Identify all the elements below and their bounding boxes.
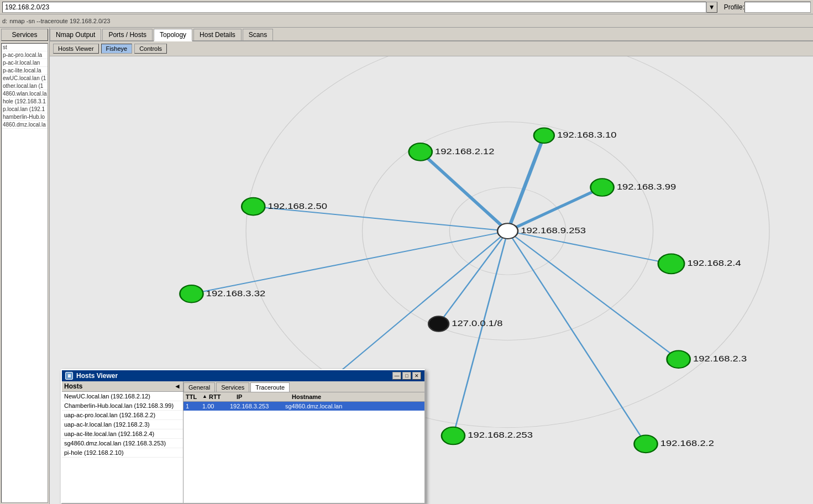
tab-host-details[interactable]: Host Details — [193, 29, 242, 40]
details-tabs: GeneralServicesTraceroute — [183, 381, 424, 392]
topology-edge — [191, 231, 507, 294]
sidebar-host-item[interactable]: hole (192.168.3.1 — [2, 98, 48, 106]
svg-point-9 — [634, 435, 657, 453]
hosts-viewer-popup: 🖥 Hosts Viewer — □ ✕ Hosts ◄ — [61, 369, 426, 504]
svg-point-8 — [667, 350, 690, 368]
topology-node-label: 192.168.2.4 — [687, 259, 741, 267]
hosts-viewer-title-text: Hosts Viewer — [76, 372, 118, 380]
svg-point-10 — [442, 427, 465, 445]
sidebar: Services stp-ac-pro.local.lap-ac-lr.loca… — [0, 28, 50, 504]
col-hostname: Hostname — [292, 393, 422, 400]
profile-input[interactable] — [744, 2, 811, 13]
topology-node[interactable]: 192.168.2.3 — [667, 350, 747, 368]
svg-point-14 — [180, 285, 203, 303]
sub-toolbar: Hosts Viewer Fisheye Controls — [50, 41, 813, 56]
sidebar-host-item[interactable]: hamberlin-Hub.lo — [2, 113, 48, 121]
svg-point-4 — [409, 143, 432, 161]
topology-edge — [421, 152, 508, 231]
close-button[interactable]: ✕ — [412, 372, 421, 380]
col-ip: IP — [237, 393, 292, 400]
target-dropdown[interactable]: ▼ — [706, 2, 717, 13]
sidebar-host-item[interactable]: st — [2, 44, 48, 51]
topology-node-label: 192.168.2.253 — [468, 431, 533, 439]
topology-node[interactable]: 192.168.2.4 — [658, 254, 741, 274]
traceroute-table: TTL ▲ RTT IP Hostname 11.00192.168.3.253… — [183, 392, 424, 503]
topology-node[interactable]: 192.168.2.2 — [634, 435, 714, 453]
detail-tab-general[interactable]: General — [183, 382, 215, 392]
sidebar-host-item[interactable]: p-ac-lite.local.la — [2, 67, 48, 75]
topology-area: 192.168.9.253192.168.2.12192.168.3.10192… — [50, 56, 813, 504]
sidebar-host-item[interactable]: p-ac-pro.local.la — [2, 51, 48, 59]
tab-scans[interactable]: Scans — [243, 29, 273, 40]
col-ttl: TTL — [186, 393, 202, 400]
sidebar-host-item[interactable]: other.local.lan (1 — [2, 82, 48, 90]
sort-icon: ▲ — [202, 393, 209, 400]
topology-edge — [453, 231, 508, 435]
host-row[interactable]: uap-ac-lite.local.lan (192.168.2.4) — [62, 429, 183, 439]
topology-node-label: 192.168.2.3 — [693, 354, 747, 363]
topology-edge — [253, 207, 507, 231]
topology-node-label: 192.168.2.12 — [435, 147, 494, 155]
content-area: Nmap OutputPorts / HostsTopologyHost Det… — [50, 28, 813, 504]
profile-label: Profile: — [724, 3, 744, 11]
topology-edge — [508, 231, 679, 359]
hosts-viewer-body: Hosts ◄ NewUC.local.lan (192.168.2.12)Ch… — [62, 381, 424, 503]
detail-tab-traceroute[interactable]: Traceroute — [250, 382, 290, 392]
cmd-bar: d: nmap -sn --traceroute 192.168.2.0/23 — [0, 14, 813, 28]
host-row[interactable]: NewUC.local.lan (192.168.2.12) — [62, 392, 183, 401]
details-panel: GeneralServicesTraceroute TTL ▲ RTT IP H… — [183, 381, 424, 503]
topology-node[interactable]: 192.168.9.253 — [497, 223, 586, 239]
tab-topology[interactable]: Topology — [154, 29, 192, 41]
svg-point-12 — [428, 316, 449, 332]
topology-node[interactable]: 192.168.3.10 — [534, 128, 616, 143]
topology-node-label: 192.168.3.99 — [617, 182, 676, 191]
svg-point-6 — [591, 179, 614, 196]
topology-node-label: 192.168.2.2 — [660, 439, 714, 448]
traceroute-header: TTL ▲ RTT IP Hostname — [183, 392, 424, 402]
sidebar-host-item[interactable]: ewUC.local.lan (1 — [2, 75, 48, 82]
host-row[interactable]: pi-hole (192.168.2.10) — [62, 448, 183, 458]
controls-button[interactable]: Controls — [134, 44, 167, 54]
topology-node-label: 127.0.0.1/8 — [452, 319, 502, 327]
topology-node[interactable]: 127.0.0.1/8 — [428, 316, 502, 332]
tab-ports-hosts[interactable]: Ports / Hosts — [102, 29, 153, 40]
hosts-viewer-title: 🖥 Hosts Viewer — □ ✕ — [62, 370, 424, 381]
sidebar-host-item[interactable]: 4860.dmz.local.la — [2, 121, 48, 129]
sidebar-host-item[interactable]: p-ac-lr.local.lan — [2, 59, 48, 67]
sidebar-host-item[interactable]: p.local.lan (192.1 — [2, 106, 48, 113]
svg-point-13 — [242, 198, 265, 216]
maximize-button[interactable]: □ — [402, 372, 411, 380]
host-row[interactable]: uap-ac-pro.local.lan (192.168.2.2) — [62, 411, 183, 420]
services-button[interactable]: Services — [1, 29, 48, 41]
topology-node-label: 192.168.3.10 — [557, 130, 616, 139]
target-input[interactable] — [2, 2, 706, 13]
topology-node-label: 192.168.2.50 — [268, 202, 327, 210]
topology-node[interactable]: 192.168.3.99 — [591, 179, 676, 196]
svg-point-7 — [658, 254, 684, 274]
sidebar-host-item[interactable]: 4860.wlan.local.la — [2, 90, 48, 98]
hosts-panel-arrow: ◄ — [174, 382, 181, 390]
host-row[interactable]: sg4860.dmz.local.lan (192.168.3.253) — [62, 439, 183, 448]
fisheye-button[interactable]: Fisheye — [101, 44, 133, 54]
hosts-panel-list[interactable]: NewUC.local.lan (192.168.2.12)Chamberlin… — [62, 392, 183, 503]
topology-node-label: 192.168.3.32 — [206, 289, 265, 297]
topology-node[interactable]: 192.168.2.12 — [409, 143, 495, 161]
detail-tab-services[interactable]: Services — [216, 382, 249, 392]
hosts-viewer-button[interactable]: Hosts Viewer — [53, 44, 99, 54]
traceroute-row[interactable]: 11.00192.168.3.253sg4860.dmz.local.lan — [183, 402, 424, 411]
topology-edge — [439, 231, 508, 324]
hv-icon: 🖥 — [65, 372, 73, 380]
tab-bar: Nmap OutputPorts / HostsTopologyHost Det… — [50, 28, 813, 41]
svg-point-3 — [497, 223, 518, 239]
minimize-button[interactable]: — — [392, 372, 401, 380]
host-row[interactable]: uap-ac-lr.local.lan (192.168.2.3) — [62, 420, 183, 429]
hosts-col-label: Hosts — [64, 382, 82, 390]
hosts-panel: Hosts ◄ NewUC.local.lan (192.168.2.12)Ch… — [62, 381, 183, 503]
topology-edge — [319, 231, 508, 389]
svg-point-5 — [534, 128, 554, 143]
top-bar: ▼ Profile: — [0, 0, 813, 14]
tab-nmap-output[interactable]: Nmap Output — [50, 29, 101, 40]
host-row[interactable]: Chamberlin-Hub.local.lan (192.168.3.99) — [62, 401, 183, 411]
topology-node[interactable]: 192.168.2.253 — [442, 427, 533, 445]
host-list[interactable]: stp-ac-pro.local.lap-ac-lr.local.lanp-ac… — [1, 43, 48, 503]
